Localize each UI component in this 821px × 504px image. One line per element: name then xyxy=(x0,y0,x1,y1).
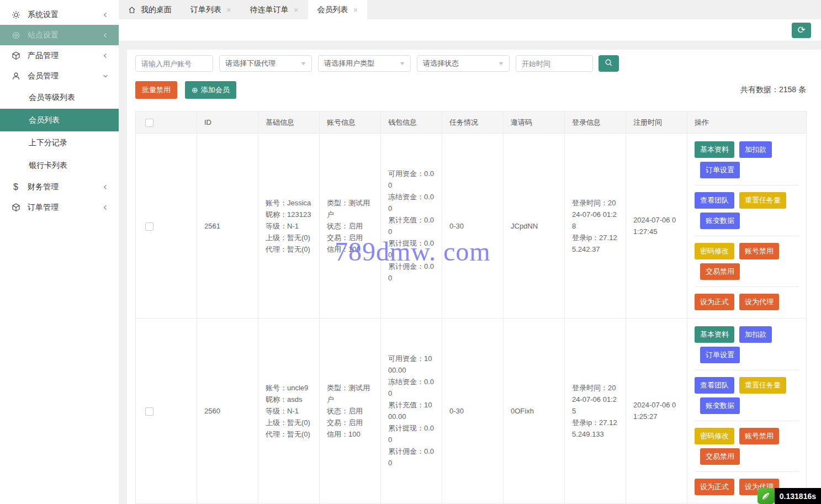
change-password-button[interactable]: 密码修改 xyxy=(695,428,734,444)
total-count-text: 共有数据：2158 条 xyxy=(740,85,813,95)
spacer xyxy=(119,41,821,50)
login-line: 登录时间：2024-07-06 01:25 xyxy=(572,382,618,417)
col-header-id: ID xyxy=(197,112,258,134)
close-icon[interactable]: × xyxy=(353,6,358,14)
user-type-select[interactable]: 请选择用户类型 ▼ xyxy=(318,55,411,72)
sidebar: 系统设置 站点设置 产品管理 会员 xyxy=(0,0,119,504)
account-line: 信用：100 xyxy=(327,243,373,255)
plus-icon: ⊕ xyxy=(192,86,198,94)
cell-task: 0-30 xyxy=(442,319,504,503)
add-member-label: 添加会员 xyxy=(201,85,230,95)
globe-icon xyxy=(11,30,20,40)
select-all-checkbox[interactable] xyxy=(145,119,153,127)
disable-account-button[interactable]: 账号禁用 xyxy=(739,243,779,259)
sidebar-item-member-management[interactable]: 会员管理 xyxy=(0,66,119,86)
basic-line: 上级：暂无(0) xyxy=(266,232,312,243)
sidebar-subitem-member-levels[interactable]: 会员等级列表 xyxy=(0,86,119,109)
close-icon[interactable]: × xyxy=(294,6,299,14)
login-line: 登录ip：27.125.242.37 xyxy=(572,232,618,255)
account-line: 交易：启用 xyxy=(327,417,373,428)
account-line: 交易：启用 xyxy=(327,232,373,243)
basic-profile-button[interactable]: 基本资料 xyxy=(695,141,734,158)
basic-profile-button[interactable]: 基本资料 xyxy=(695,326,734,343)
member-table: ID 基础信息 账号信息 钱包信息 任务情况 邀请码 登录信息 注册时间 操作 … xyxy=(135,111,807,504)
cell-invite-code: 0OFixh xyxy=(504,319,565,503)
reset-tasks-button[interactable]: 重置任务量 xyxy=(739,377,786,394)
reset-tasks-button[interactable]: 重置任务量 xyxy=(739,192,786,209)
chevron-down-icon xyxy=(102,73,109,79)
basic-line: 昵称：asds xyxy=(266,394,312,405)
col-header-registered: 注册时间 xyxy=(626,112,687,134)
change-password-button[interactable]: 密码修改 xyxy=(695,243,734,259)
dollar-icon: $ xyxy=(11,182,20,192)
close-icon[interactable]: × xyxy=(226,6,231,14)
sidebar-item-system-settings[interactable]: 系统设置 xyxy=(0,4,119,25)
account-line: 状态：启用 xyxy=(327,220,373,232)
order-settings-button[interactable]: 订单设置 xyxy=(700,162,740,178)
tab-order-list[interactable]: 订单列表 × xyxy=(181,0,241,19)
chevron-down-icon: ▼ xyxy=(497,61,504,66)
sidebar-item-product-management[interactable]: 产品管理 xyxy=(0,45,119,66)
basic-line: 等级：N-1 xyxy=(266,405,312,417)
refresh-button[interactable]: ⟳ xyxy=(792,23,811,38)
disable-trade-button[interactable]: 交易禁用 xyxy=(700,448,740,465)
add-deduct-button[interactable]: 加扣款 xyxy=(739,326,772,343)
chevron-down-icon: ▼ xyxy=(300,61,306,66)
sidebar-item-order-management[interactable]: 订单管理 xyxy=(0,197,119,217)
account-changes-button[interactable]: 账变数据 xyxy=(700,213,740,229)
table-row: 2561 账号：Jessica 昵称：123123 等级：N-1 上级：暂无(0… xyxy=(136,134,807,319)
set-agent-button[interactable]: 设为代理 xyxy=(739,294,779,310)
col-header-account: 账号信息 xyxy=(320,112,381,134)
col-header-basic: 基础信息 xyxy=(258,112,320,134)
status-select[interactable]: 请选择状态 ▼ xyxy=(417,55,510,72)
basic-line: 代理：暂无(0) xyxy=(266,428,312,440)
sidebar-subitem-label: 银行卡列表 xyxy=(29,161,67,171)
set-official-button[interactable]: 设为正式 xyxy=(695,479,734,495)
row-checkbox[interactable] xyxy=(145,222,153,231)
tab-member-list[interactable]: 会员列表 × xyxy=(308,0,368,19)
sidebar-subitem-score-records[interactable]: 上下分记录 xyxy=(0,131,119,154)
sidebar-item-site-settings[interactable]: 站点设置 xyxy=(0,25,119,45)
batch-disable-button[interactable]: 批量禁用 xyxy=(135,81,177,99)
gear-icon xyxy=(11,10,20,19)
add-deduct-button[interactable]: 加扣款 xyxy=(739,141,772,158)
cell-wallet-info: 可用资金：1000.00 冻结资金：0.00 累计充值：1000.00 累计提现… xyxy=(381,319,442,503)
set-official-button[interactable]: 设为正式 xyxy=(695,294,734,310)
tab-label: 待连单订单 xyxy=(250,5,289,15)
sidebar-subitem-bank-cards[interactable]: 银行卡列表 xyxy=(0,154,119,177)
sidebar-item-finance-management[interactable]: $ 财务管理 xyxy=(0,177,119,197)
view-team-button[interactable]: 查看团队 xyxy=(695,377,734,394)
row-checkbox[interactable] xyxy=(145,407,153,416)
account-search-input[interactable] xyxy=(135,55,213,72)
agent-select-value: 请选择下级代理 xyxy=(225,59,276,68)
disable-trade-button[interactable]: 交易禁用 xyxy=(700,263,740,280)
disable-account-button[interactable]: 账号禁用 xyxy=(739,428,779,444)
search-button[interactable] xyxy=(598,55,619,72)
wallet-line: 累计提现：0.00 xyxy=(388,237,435,261)
box-icon xyxy=(11,203,20,212)
cell-wallet-info: 可用资金：0.00 冻结资金：0.00 累计充值：0.00 累计提现：0.00 … xyxy=(381,134,442,319)
login-line: 登录时间：2024-07-06 01:28 xyxy=(572,197,618,232)
agent-select[interactable]: 请选择下级代理 ▼ xyxy=(219,55,312,72)
cell-operations: 基本资料 加扣款 订单设置 查看团队 重置任务量 账变数据 xyxy=(687,134,807,319)
tab-pending-orders[interactable]: 待连单订单 × xyxy=(241,0,308,19)
tab-label: 订单列表 xyxy=(190,5,221,15)
col-header-task: 任务情况 xyxy=(442,112,504,134)
wallet-line: 累计佣金：0.00 xyxy=(388,445,435,469)
start-time-input[interactable] xyxy=(516,55,593,72)
tab-my-desktop[interactable]: 我的桌面 xyxy=(119,0,181,19)
account-changes-button[interactable]: 账变数据 xyxy=(700,397,740,414)
content-panel: 请选择下级代理 ▼ 请选择用户类型 ▼ 请选择状态 ▼ 批量禁用 ⊕ xyxy=(127,50,821,504)
add-member-button[interactable]: ⊕ 添加会员 xyxy=(185,81,236,99)
tab-label: 我的桌面 xyxy=(141,5,172,15)
sidebar-subitem-member-list[interactable]: 会员列表 xyxy=(0,109,119,131)
chevron-left-icon xyxy=(102,204,109,211)
cell-basic-info: 账号：Jessica 昵称：123123 等级：N-1 上级：暂无(0) 代理：… xyxy=(258,134,320,319)
cell-task: 0-30 xyxy=(442,134,504,319)
chevron-left-icon xyxy=(102,184,109,190)
wallet-line: 可用资金：1000.00 xyxy=(388,353,435,376)
view-team-button[interactable]: 查看团队 xyxy=(695,192,734,209)
thinkphp-leaf-icon[interactable] xyxy=(758,488,775,504)
sidebar-subitem-label: 会员等级列表 xyxy=(29,93,75,103)
order-settings-button[interactable]: 订单设置 xyxy=(700,347,740,363)
